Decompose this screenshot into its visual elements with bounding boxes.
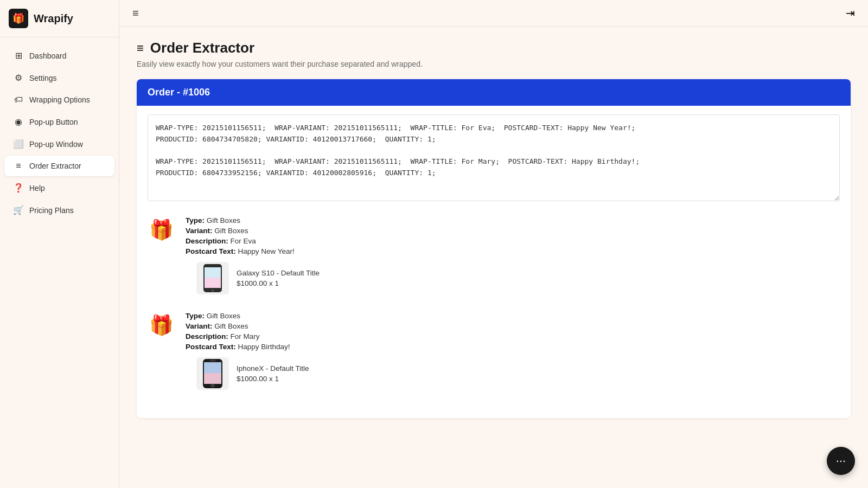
svg-rect-3 — [205, 278, 221, 288]
nav-icon-wrapping-options: 🏷 — [13, 95, 24, 105]
nav-label-dashboard: Dashboard — [29, 52, 67, 60]
svg-rect-7 — [204, 362, 221, 373]
page-title: Order Extractor — [150, 40, 254, 56]
gift-icon-2: 🎁 — [148, 314, 175, 337]
wrap-details-2: Type: Gift Boxes Variant: Gift Boxes Des… — [186, 312, 840, 390]
nav-label-wrapping-options: Wrapping Options — [29, 95, 90, 104]
nav-label-popup-button: Pop-up Button — [29, 118, 78, 126]
sidebar-item-wrapping-options[interactable]: 🏷 Wrapping Options — [4, 89, 114, 110]
nav-label-pricing-plans: Pricing Plans — [29, 206, 74, 215]
order-body — [137, 106, 851, 212]
page-title-icon: ≡ — [137, 41, 144, 55]
page-header: ≡ Order Extractor — [137, 40, 851, 56]
nav-icon-order-extractor: ≡ — [13, 161, 24, 171]
nav-label-help: Help — [29, 184, 45, 192]
svg-rect-8 — [204, 373, 221, 384]
svg-point-4 — [212, 290, 214, 292]
wrap-item-1: 🎁 Type: Gift Boxes Variant: Gift Boxes D… — [148, 216, 840, 294]
postcard-row-2: Postcard Text: Happy Birthday! — [186, 343, 840, 351]
type-row-2: Type: Gift Boxes — [186, 312, 840, 320]
product-row-1: Galaxy S10 - Default Title $1000.00 x 1 — [186, 262, 840, 294]
sidebar-item-dashboard[interactable]: ⊞ Dashboard — [4, 45, 114, 66]
product-price-2: $1000.00 x 1 — [237, 375, 309, 383]
sidebar: 🎁 Wrapify ⊞ Dashboard⚙ Settings🏷 Wrappin… — [0, 0, 119, 488]
product-image-2 — [196, 357, 229, 390]
logo-icon: 🎁 — [9, 9, 28, 28]
content-area: ≡ Order Extractor Easily view exactly ho… — [119, 27, 868, 431]
order-card: Order - #1006 🎁 Type: Gift Boxes Variant… — [137, 79, 851, 418]
sidebar-item-settings[interactable]: ⚙ Settings — [4, 67, 114, 88]
product-row-2: IphoneX - Default Title $1000.00 x 1 — [186, 357, 840, 390]
sidebar-header: 🎁 Wrapify — [0, 0, 119, 37]
type-row-1: Type: Gift Boxes — [186, 216, 840, 224]
logout-icon[interactable]: ⇥ — [846, 7, 855, 20]
logo-text: Wrapify — [34, 12, 73, 25]
sidebar-item-pricing-plans[interactable]: 🛒 Pricing Plans — [4, 200, 114, 221]
topbar: ≡ ⇥ — [119, 0, 868, 27]
topbar-right: ⇥ — [846, 7, 855, 20]
nav-icon-settings: ⚙ — [13, 73, 24, 83]
svg-point-10 — [211, 384, 214, 387]
nav-icon-dashboard: ⊞ — [13, 50, 24, 61]
product-image-1 — [196, 262, 229, 294]
product-info-1: Galaxy S10 - Default Title $1000.00 x 1 — [237, 269, 320, 287]
page-subtitle: Easily view exactly how your customers w… — [137, 60, 851, 68]
svg-rect-2 — [205, 267, 221, 278]
sidebar-item-order-extractor[interactable]: ≡ Order Extractor — [4, 156, 114, 176]
description-row-1: Description: For Eva — [186, 237, 840, 245]
sidebar-item-help[interactable]: ❓ Help — [4, 177, 114, 198]
nav-label-settings: Settings — [29, 74, 57, 82]
description-row-2: Description: For Mary — [186, 332, 840, 341]
wrap-items-container: 🎁 Type: Gift Boxes Variant: Gift Boxes D… — [137, 212, 851, 418]
chat-icon: ··· — [836, 454, 846, 468]
nav-icon-popup-button: ◉ — [13, 117, 24, 127]
wrap-item-2: 🎁 Type: Gift Boxes Variant: Gift Boxes D… — [148, 312, 840, 390]
order-header: Order - #1006 — [137, 79, 851, 106]
variant-row-1: Variant: Gift Boxes — [186, 227, 840, 235]
product-image-iphone — [201, 358, 225, 389]
gift-icon-1: 🎁 — [148, 219, 175, 241]
postcard-row-1: Postcard Text: Happy New Year! — [186, 247, 840, 255]
nav-icon-popup-window: ⬜ — [13, 139, 24, 149]
nav-icon-help: ❓ — [13, 183, 24, 193]
variant-row-2: Variant: Gift Boxes — [186, 322, 840, 330]
product-name-1: Galaxy S10 - Default Title — [237, 269, 320, 277]
raw-text-area[interactable] — [148, 114, 840, 201]
product-name-2: IphoneX - Default Title — [237, 364, 309, 373]
wrap-details-1: Type: Gift Boxes Variant: Gift Boxes Des… — [186, 216, 840, 294]
product-info-2: IphoneX - Default Title $1000.00 x 1 — [237, 364, 309, 383]
main-content: ≡ ⇥ ≡ Order Extractor Easily view exactl… — [119, 0, 868, 488]
sidebar-item-popup-button[interactable]: ◉ Pop-up Button — [4, 111, 114, 132]
hamburger-icon[interactable]: ≡ — [132, 7, 139, 20]
product-price-1: $1000.00 x 1 — [237, 279, 320, 287]
nav-label-popup-window: Pop-up Window — [29, 140, 83, 149]
nav-menu: ⊞ Dashboard⚙ Settings🏷 Wrapping Options◉… — [0, 37, 119, 488]
nav-icon-pricing-plans: 🛒 — [13, 205, 24, 215]
chat-button[interactable]: ··· — [827, 447, 855, 475]
nav-label-order-extractor: Order Extractor — [29, 162, 81, 170]
product-image-galaxy — [199, 263, 226, 293]
sidebar-item-popup-window[interactable]: ⬜ Pop-up Window — [4, 133, 114, 155]
svg-rect-9 — [209, 359, 216, 362]
